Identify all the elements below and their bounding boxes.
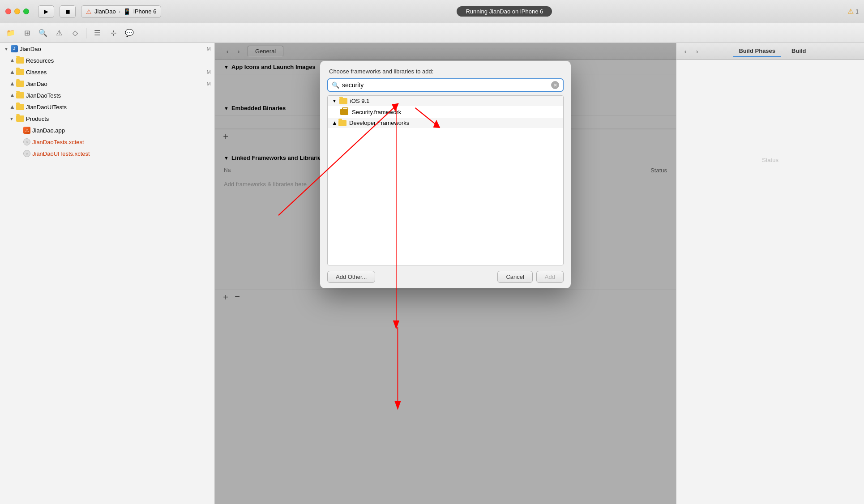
disclosure-products[interactable]: ▼ — [9, 116, 14, 121]
list-icon[interactable]: ☰ — [90, 27, 104, 39]
jiandaotests-xctest-label: JianDaoTests.xctest — [32, 139, 211, 145]
sidebar-item-jiandao-app[interactable]: ⚠ JianDao.app — [0, 124, 214, 136]
stop-button[interactable]: ◼ — [60, 5, 76, 18]
sidebar-item-jiandaotests-xctest[interactable]: ○ JianDaoTests.xctest — [0, 136, 214, 148]
scheme-selector[interactable]: ⚠ JianDao › 📱 iPhone 6 — [81, 5, 161, 18]
status-bar: Running JianDao on iPhone 6 — [165, 6, 844, 17]
device-icon: 📱 — [123, 8, 131, 15]
security-framework-label: Security.framework — [352, 109, 401, 115]
dev-frameworks-group-header[interactable]: ▶ Developer Frameworks — [328, 118, 563, 128]
dev-frameworks-label: Developer Frameworks — [349, 120, 409, 126]
diamond-icon[interactable]: ◇ — [68, 27, 82, 39]
toolbar-divider-1 — [86, 28, 86, 38]
resources-folder-icon — [16, 57, 24, 64]
sidebar-item-jiandaouitests-xctest[interactable]: ○ JianDaoUITests.xctest — [0, 148, 214, 159]
disclosure-jiandaouitests[interactable]: ▶ — [9, 104, 14, 110]
disclosure-classes[interactable]: ▶ — [9, 69, 14, 75]
modal-search-bar[interactable]: 🔍 ✕ — [327, 78, 564, 92]
fullscreen-button[interactable] — [23, 9, 29, 14]
jiandao-folder-badge: M — [207, 81, 211, 86]
warning-badge[interactable]: ⚠ 1 — [847, 7, 859, 16]
right-nav-back[interactable]: ‹ — [680, 46, 691, 57]
folder-icon[interactable]: 📁 — [4, 27, 18, 39]
clear-search-button[interactable]: ✕ — [551, 81, 559, 89]
security-framework-icon — [340, 109, 348, 115]
device-name: iPhone 6 — [133, 8, 156, 15]
build-tab[interactable]: Build — [786, 46, 812, 57]
disclosure-jiandao-folder[interactable]: ▶ — [9, 81, 14, 86]
sidebar-item-classes[interactable]: ▶ Classes M — [0, 66, 214, 78]
search-toolbar-icon[interactable]: 🔍 — [36, 27, 50, 39]
dev-group-chevron: ▶ — [332, 121, 337, 125]
chat-icon[interactable]: 💬 — [122, 27, 137, 39]
jiandaouitests-xctest-label: JianDaoUITests.xctest — [32, 150, 211, 157]
classes-badge: M — [207, 69, 211, 75]
minimize-button[interactable] — [14, 9, 20, 14]
modal-search-input[interactable] — [342, 81, 548, 89]
modal-action-buttons: Cancel Add — [497, 271, 564, 283]
ios-group-header[interactable]: ▼ iOS 9.1 — [328, 96, 563, 106]
xctest-icon-1: ○ — [23, 138, 30, 145]
build-phases-tab[interactable]: Build Phases — [733, 46, 781, 57]
toolbar: 📁 ⊞ 🔍 ⚠ ◇ ☰ ⊹ 💬 — [0, 23, 864, 43]
right-panel: ‹ › Build Phases Build Status — [676, 43, 864, 504]
chevron-right-icon: › — [119, 8, 120, 15]
right-nav-forward[interactable]: › — [692, 46, 702, 57]
jiandaotests-label: JianDaoTests — [26, 92, 211, 99]
status-label: Status — [684, 157, 857, 163]
cancel-button[interactable]: Cancel — [497, 271, 532, 283]
status-text: Running JianDao on iPhone 6 — [457, 6, 552, 17]
project-label: JianDao — [20, 46, 205, 52]
content-area: ‹ › General ▼ App Icons and Launch Image… — [215, 43, 676, 504]
xcode-icon: ⚠ — [86, 8, 92, 15]
jiandaouitests-label: JianDaoUITests — [26, 104, 211, 111]
disclosure-jiandaotests[interactable]: ▶ — [9, 93, 14, 98]
project-icon: J — [11, 45, 18, 52]
sidebar-item-jiandaotests[interactable]: ▶ JianDaoTests — [0, 90, 214, 101]
run-button[interactable]: ▶ — [38, 5, 54, 18]
traffic-lights — [5, 9, 29, 14]
ios-group-label: iOS 9.1 — [350, 98, 369, 104]
add-button[interactable]: Add — [536, 271, 564, 283]
add-other-button[interactable]: Add Other... — [327, 271, 375, 283]
disclosure-jiandao[interactable]: ▼ — [4, 46, 9, 51]
classes-label: Classes — [26, 69, 205, 76]
warning-icon: ⚠ — [847, 7, 854, 16]
modal-list: ▼ iOS 9.1 Security.framework ▶ Developer… — [327, 95, 564, 265]
sidebar-item-products[interactable]: ▼ Products — [0, 113, 214, 124]
jiandao-app-label: JianDao.app — [32, 127, 211, 134]
resources-label: Resources — [26, 57, 211, 64]
jiandaouitests-folder-icon — [16, 104, 24, 110]
sidebar-item-jiandaouitests[interactable]: ▶ JianDaoUITests — [0, 101, 214, 113]
modal-footer: Add Other... Cancel Add — [320, 265, 571, 288]
jiandaotests-folder-icon — [16, 92, 24, 98]
close-button[interactable] — [5, 9, 11, 14]
warning-toolbar-icon[interactable]: ⚠ — [52, 27, 66, 39]
disclosure-resources[interactable]: ▶ — [9, 58, 14, 63]
tag-icon[interactable]: ⊹ — [106, 27, 120, 39]
ios-folder-icon — [339, 98, 347, 104]
products-label: Products — [26, 115, 211, 122]
sidebar-item-resources[interactable]: ▶ Resources — [0, 55, 214, 66]
app-icon: ⚠ — [23, 127, 30, 134]
modal-header: Choose frameworks and libraries to add: — [320, 61, 571, 78]
jiandao-folder-label: JianDao — [26, 81, 205, 87]
sidebar-item-jiandao-project[interactable]: ▼ J JianDao M — [0, 43, 214, 55]
modal-title: Choose frameworks and libraries to add: — [329, 68, 433, 75]
dev-folder-icon — [338, 120, 346, 126]
ios-group-chevron: ▼ — [332, 98, 337, 103]
right-panel-content: Status — [676, 60, 864, 171]
xctest-icon-2: ○ — [23, 150, 30, 157]
classes-folder-icon — [16, 69, 24, 75]
search-icon: 🔍 — [332, 81, 339, 89]
scheme-name: JianDao — [94, 8, 116, 15]
grid-icon[interactable]: ⊞ — [20, 27, 34, 39]
sidebar-item-jiandao-folder[interactable]: ▶ JianDao M — [0, 78, 214, 90]
products-folder-icon — [16, 115, 24, 122]
security-framework-item[interactable]: Security.framework — [328, 106, 563, 118]
project-badge: M — [207, 46, 211, 51]
sidebar: ▼ J JianDao M ▶ Resources ▶ Classes M ▶ … — [0, 43, 215, 504]
jiandao-folder-icon — [16, 81, 24, 87]
right-panel-tabs: ‹ › Build Phases Build — [676, 43, 864, 60]
modal-overlay: Choose frameworks and libraries to add: … — [215, 43, 676, 504]
